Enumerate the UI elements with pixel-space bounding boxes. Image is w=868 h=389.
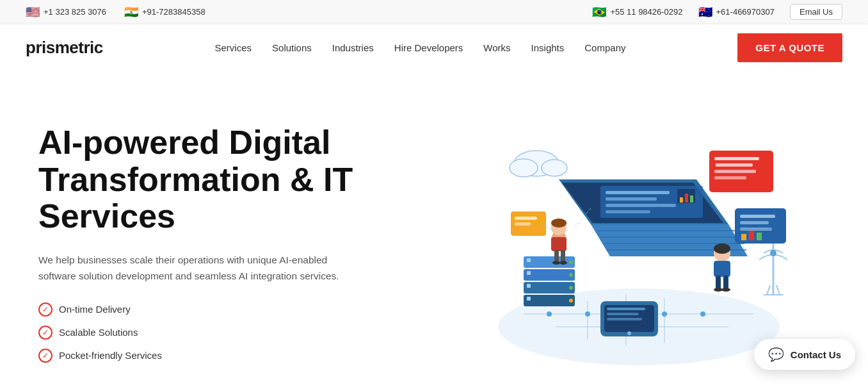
svg-point-32: [569, 273, 573, 277]
phone-us[interactable]: 🇺🇸 +1 323 825 3076: [26, 5, 106, 19]
svg-rect-30: [524, 269, 575, 281]
svg-point-29: [569, 260, 573, 264]
us-flag-icon: 🇺🇸: [26, 5, 40, 19]
svg-point-58: [714, 288, 723, 292]
nav-solutions[interactable]: Solutions: [272, 42, 312, 53]
svg-rect-78: [757, 233, 762, 240]
svg-rect-77: [749, 231, 754, 240]
nav-hire-developers[interactable]: Hire Developers: [394, 42, 463, 53]
svg-point-35: [569, 286, 573, 290]
svg-rect-34: [527, 284, 531, 288]
hero-svg: [460, 115, 792, 372]
in-phone-number: +91-7283845358: [142, 7, 205, 17]
svg-rect-17: [606, 210, 650, 213]
check-icon-3: ✓: [38, 349, 52, 363]
feature-pocket-friendly: ✓ Pocket-friendly Services: [38, 349, 397, 363]
svg-line-82: [767, 285, 770, 295]
svg-rect-33: [524, 282, 575, 294]
svg-point-59: [721, 288, 730, 292]
svg-rect-75: [740, 228, 772, 231]
email-us-button[interactable]: Email Us: [790, 4, 842, 20]
nav-company[interactable]: Company: [584, 42, 625, 53]
svg-rect-55: [714, 261, 730, 277]
feature-label-1: On-time Delivery: [59, 304, 131, 315]
logo[interactable]: prismetric: [26, 38, 103, 58]
svg-rect-21: [690, 195, 693, 203]
svg-rect-15: [606, 197, 657, 201]
feature-label-2: Scalable Solutions: [59, 327, 138, 338]
hero-content: AI-powered Digital Transformation & IT S…: [38, 124, 397, 362]
svg-rect-74: [740, 221, 769, 224]
contact-float-button[interactable]: 💬 Contact Us: [754, 339, 855, 370]
svg-rect-41: [607, 308, 645, 310]
svg-point-9: [700, 311, 705, 317]
top-bar-right: 🇧🇷 +55 11 98426-0292 🇦🇺 +61-466970307 Em…: [592, 4, 842, 20]
svg-point-62: [542, 160, 567, 176]
svg-rect-14: [606, 191, 670, 194]
svg-rect-64: [515, 217, 537, 220]
br-flag-icon: 🇧🇷: [592, 5, 606, 19]
svg-rect-48: [551, 237, 567, 251]
nav-insights[interactable]: Insights: [531, 42, 565, 53]
svg-point-8: [585, 311, 590, 317]
svg-rect-28: [527, 258, 531, 262]
svg-point-61: [510, 159, 538, 177]
svg-point-51: [552, 261, 560, 265]
hero-features-list: ✓ On-time Delivery ✓ Scalable Solutions …: [38, 302, 397, 363]
phone-au[interactable]: 🇦🇺 +61-466970307: [698, 5, 775, 19]
br-phone-number: +55 11 98426-0292: [610, 7, 682, 17]
nav-industries[interactable]: Industries: [332, 42, 374, 53]
svg-rect-37: [527, 297, 531, 301]
contact-float-label: Contact Us: [791, 349, 841, 360]
feature-label-3: Pocket-friendly Services: [59, 350, 162, 361]
au-phone-number: +61-466970307: [716, 7, 775, 17]
top-bar: 🇺🇸 +1 323 825 3076 🇮🇳 +91-7283845358 🇧🇷 …: [0, 0, 868, 24]
hero-illustration: [422, 109, 830, 378]
svg-rect-42: [607, 313, 639, 315]
svg-rect-20: [685, 194, 688, 203]
svg-point-80: [770, 250, 776, 256]
svg-rect-76: [741, 234, 746, 240]
svg-point-38: [569, 299, 573, 302]
phone-br[interactable]: 🇧🇷 +55 11 98426-0292: [592, 5, 682, 19]
top-bar-left: 🇺🇸 +1 323 825 3076 🇮🇳 +91-7283845358: [26, 5, 205, 19]
main-header: prismetric Services Solutions Industries…: [0, 24, 868, 70]
svg-point-52: [559, 261, 567, 265]
svg-rect-56: [716, 276, 721, 290]
hero-title: AI-powered Digital Transformation & IT S…: [38, 124, 397, 235]
svg-rect-67: [714, 157, 759, 160]
feature-on-time: ✓ On-time Delivery: [38, 302, 397, 317]
svg-rect-65: [515, 222, 531, 226]
svg-point-47: [551, 219, 567, 228]
svg-rect-50: [561, 250, 565, 263]
svg-point-10: [547, 311, 552, 317]
svg-point-44: [627, 331, 631, 335]
svg-point-54: [714, 244, 730, 254]
svg-rect-31: [527, 271, 531, 275]
check-icon-2: ✓: [38, 326, 52, 340]
feature-scalable: ✓ Scalable Solutions: [38, 326, 397, 340]
svg-line-83: [776, 285, 780, 295]
svg-rect-57: [723, 276, 728, 290]
au-flag-icon: 🇦🇺: [698, 5, 712, 19]
svg-rect-73: [740, 215, 775, 218]
svg-rect-43: [607, 318, 642, 320]
get-quote-button[interactable]: GET A QUOTE: [737, 33, 842, 62]
svg-point-7: [662, 311, 667, 317]
svg-rect-27: [524, 256, 575, 268]
svg-rect-68: [714, 163, 753, 167]
nav-services[interactable]: Services: [215, 42, 252, 53]
hero-description: We help businesses scale their operation…: [38, 252, 358, 285]
svg-rect-49: [554, 250, 559, 263]
phone-in[interactable]: 🇮🇳 +91-7283845358: [124, 5, 205, 19]
nav-works[interactable]: Works: [483, 42, 510, 53]
chat-icon: 💬: [768, 347, 784, 362]
check-icon-1: ✓: [38, 302, 52, 317]
svg-rect-69: [714, 170, 756, 173]
in-flag-icon: 🇮🇳: [124, 5, 138, 19]
svg-rect-19: [680, 197, 683, 203]
svg-rect-70: [714, 176, 746, 179]
svg-rect-16: [606, 204, 676, 207]
main-nav: Services Solutions Industries Hire Devel…: [215, 42, 626, 53]
hero-section: AI-powered Digital Transformation & IT S…: [0, 70, 868, 389]
